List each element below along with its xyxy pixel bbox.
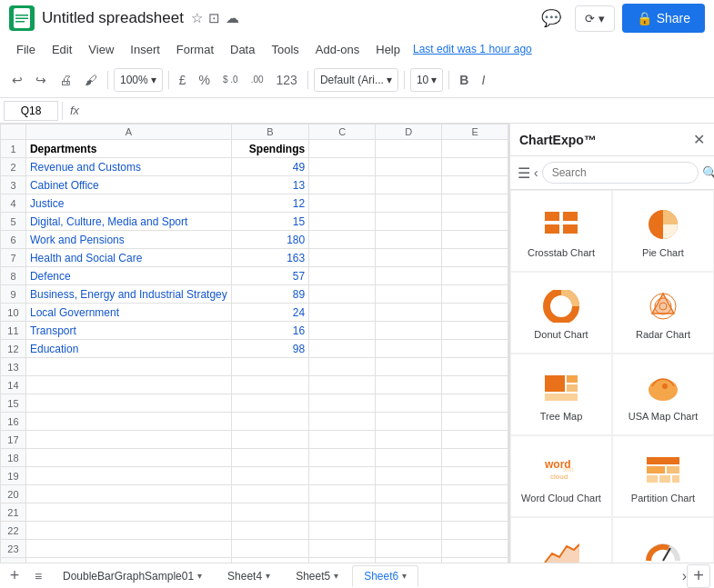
cell-15-b[interactable] bbox=[231, 394, 308, 413]
cell-11-d[interactable] bbox=[376, 322, 442, 340]
sheet-row-13[interactable]: 13 bbox=[1, 358, 508, 376]
cell-21-e[interactable] bbox=[442, 503, 508, 522]
chart-item-gauge[interactable]: Gauge Chart bbox=[612, 517, 714, 563]
cell-13-d[interactable] bbox=[376, 358, 442, 376]
cell-18-b[interactable] bbox=[231, 449, 308, 467]
sheet-tab-2[interactable]: Sheet4 ▾ bbox=[216, 565, 282, 587]
font-size-dropdown[interactable]: 10 ▾ bbox=[410, 68, 443, 92]
menu-tools[interactable]: Tools bbox=[264, 41, 306, 58]
cell-22-c[interactable] bbox=[309, 522, 376, 540]
sheet-row-15[interactable]: 15 bbox=[1, 394, 508, 413]
cell-13-b[interactable] bbox=[231, 358, 308, 376]
cell-7-c[interactable] bbox=[309, 249, 376, 267]
cell-9-c[interactable] bbox=[309, 285, 376, 304]
cell-23-b[interactable] bbox=[231, 540, 308, 558]
cell-24-c[interactable] bbox=[309, 558, 376, 563]
cell-23-d[interactable] bbox=[376, 540, 442, 558]
cell-3-e[interactable] bbox=[442, 176, 508, 194]
cell-19-c[interactable] bbox=[309, 467, 376, 485]
cell-6-b[interactable]: 180 bbox=[231, 231, 308, 249]
redo-button[interactable]: ↪ bbox=[31, 69, 51, 91]
sheets-list-button[interactable]: ≡ bbox=[27, 565, 49, 587]
cell-17-e[interactable] bbox=[442, 431, 508, 449]
cell-12-e[interactable] bbox=[442, 340, 508, 358]
cell-8-e[interactable] bbox=[442, 267, 508, 285]
col-header-c[interactable]: C bbox=[309, 125, 376, 140]
cell-9-a[interactable]: Business, Energy and Industrial Stratgey bbox=[25, 285, 231, 304]
cell-20-e[interactable] bbox=[442, 485, 508, 503]
cell-14-c[interactable] bbox=[309, 376, 376, 394]
italic-button[interactable]: I bbox=[477, 69, 489, 91]
cell-13-c[interactable] bbox=[309, 358, 376, 376]
cell-20-c[interactable] bbox=[309, 485, 376, 503]
sheet-row-4[interactable]: 4Justice12 bbox=[1, 194, 508, 213]
cell-11-b[interactable]: 16 bbox=[231, 322, 308, 340]
cell-10-c[interactable] bbox=[309, 304, 376, 322]
cell-16-e[interactable] bbox=[442, 413, 508, 431]
move-icon[interactable]: ⊡ bbox=[208, 10, 220, 26]
cell-23-c[interactable] bbox=[309, 540, 376, 558]
cell-5-e[interactable] bbox=[442, 213, 508, 231]
cell-12-c[interactable] bbox=[309, 340, 376, 358]
cell-23-e[interactable] bbox=[442, 540, 508, 558]
cell-5-b[interactable]: 15 bbox=[231, 213, 308, 231]
print-button[interactable]: 🖨 bbox=[55, 69, 76, 91]
cell-12-d[interactable] bbox=[376, 340, 442, 358]
col-header-e[interactable]: E bbox=[442, 125, 508, 140]
sheet-row-18[interactable]: 18 bbox=[1, 449, 508, 467]
cell-17-c[interactable] bbox=[309, 431, 376, 449]
cell-1-d[interactable] bbox=[376, 140, 442, 158]
cell-22-b[interactable] bbox=[231, 522, 308, 540]
sheet-row-14[interactable]: 14 bbox=[1, 376, 508, 394]
sheet-row-17[interactable]: 17 bbox=[1, 431, 508, 449]
chart-item-wordcloud[interactable]: wordcloudtextWord Cloud Chart bbox=[510, 435, 612, 517]
chart-item-donut[interactable]: Donut Chart bbox=[510, 272, 612, 354]
cloud-icon[interactable]: ☁ bbox=[226, 10, 239, 26]
undo-button[interactable]: ↩ bbox=[7, 69, 27, 91]
sheet-row-9[interactable]: 9Business, Energy and Industrial Stratge… bbox=[1, 285, 508, 304]
cell-10-a[interactable]: Local Government bbox=[25, 304, 231, 322]
cell-8-c[interactable] bbox=[309, 267, 376, 285]
cell-3-b[interactable]: 13 bbox=[231, 176, 308, 194]
cell-3-d[interactable] bbox=[376, 176, 442, 194]
cell-15-e[interactable] bbox=[442, 394, 508, 413]
paint-format-button[interactable]: 🖌 bbox=[80, 69, 102, 91]
sheet-row-7[interactable]: 7Health and Social Care163 bbox=[1, 249, 508, 267]
cell-6-c[interactable] bbox=[309, 231, 376, 249]
menu-insert[interactable]: Insert bbox=[123, 41, 167, 58]
cell-20-b[interactable] bbox=[231, 485, 308, 503]
zoom-dropdown[interactable]: 100% ▾ bbox=[114, 68, 163, 92]
menu-addons[interactable]: Add-ons bbox=[308, 41, 367, 58]
cell-4-e[interactable] bbox=[442, 194, 508, 213]
formula-input[interactable] bbox=[86, 105, 710, 117]
cell-10-e[interactable] bbox=[442, 304, 508, 322]
chart-search-input[interactable] bbox=[542, 162, 699, 184]
cell-23-a[interactable] bbox=[25, 540, 231, 558]
cell-8-d[interactable] bbox=[376, 267, 442, 285]
cell-13-a[interactable] bbox=[25, 358, 231, 376]
share-button[interactable]: 🔒 Share bbox=[622, 4, 705, 33]
chart-item-arealine[interactable]: Area Line Chart bbox=[510, 517, 612, 563]
cell-reference-input[interactable] bbox=[4, 101, 58, 121]
cell-14-e[interactable] bbox=[442, 376, 508, 394]
cell-10-b[interactable]: 24 bbox=[231, 304, 308, 322]
panel-close-button[interactable]: ✕ bbox=[693, 131, 705, 148]
cell-24-e[interactable] bbox=[442, 558, 508, 563]
cell-8-a[interactable]: Defence bbox=[25, 267, 231, 285]
col-header-a[interactable]: A bbox=[25, 125, 231, 140]
cell-11-a[interactable]: Transport bbox=[25, 322, 231, 340]
cell-1-a[interactable]: Departments bbox=[25, 140, 231, 158]
cell-19-a[interactable] bbox=[25, 467, 231, 485]
chart-item-treemap[interactable]: Tree Map bbox=[510, 354, 612, 435]
cell-2-a[interactable]: Revenue and Customs bbox=[25, 158, 231, 176]
cell-21-a[interactable] bbox=[25, 503, 231, 522]
cell-24-b[interactable] bbox=[231, 558, 308, 563]
cell-15-d[interactable] bbox=[376, 394, 442, 413]
cell-22-d[interactable] bbox=[376, 522, 442, 540]
cell-18-e[interactable] bbox=[442, 449, 508, 467]
sheet-row-3[interactable]: 3Cabinet Office13 bbox=[1, 176, 508, 194]
percent-button[interactable]: % bbox=[195, 69, 215, 91]
last-edit-link[interactable]: Last edit was 1 hour ago bbox=[413, 43, 532, 55]
cell-18-a[interactable] bbox=[25, 449, 231, 467]
cell-17-d[interactable] bbox=[376, 431, 442, 449]
